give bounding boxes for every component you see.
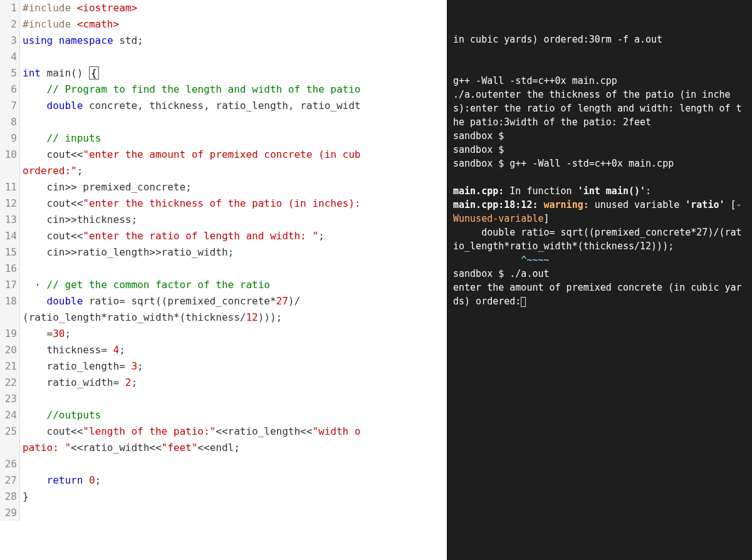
line-content[interactable]: int main() { (20, 65, 447, 81)
code-line[interactable]: 4 (0, 49, 447, 65)
terminal-text: enter the amount of premixed concrete (i… (453, 282, 742, 307)
code-line[interactable]: 16 (0, 261, 447, 277)
code-line[interactable]: 8 (0, 114, 447, 130)
line-content[interactable]: cout<<"length of the patio:"<<ratio_leng… (20, 423, 447, 440)
line-content[interactable]: thickness= 4; (20, 342, 447, 358)
terminal-text: main.cpp:18:12: (453, 199, 544, 210)
code-line[interactable]: 18 double ratio= sqrt((premixed_concrete… (0, 293, 447, 309)
code-line[interactable]: 3using namespace std; (0, 33, 447, 49)
line-number: 24 (0, 407, 20, 423)
line-content[interactable]: double ratio= sqrt((premixed_concrete*27… (20, 293, 447, 309)
line-content[interactable] (20, 456, 447, 472)
code-line[interactable]: 13 cin>>thickness; (0, 212, 447, 228)
line-number: 9 (0, 130, 20, 147)
line-content[interactable] (20, 49, 447, 65)
line-number: 15 (0, 244, 20, 261)
line-number (0, 309, 20, 326)
code-line[interactable]: 6 // Program to find the length and widt… (0, 81, 447, 98)
line-content[interactable] (20, 114, 447, 130)
code-line[interactable]: 29 (0, 505, 447, 521)
code-line[interactable]: 26 (0, 456, 447, 472)
line-number: 29 (0, 505, 20, 521)
terminal-text: : (645, 185, 651, 197)
code-line[interactable]: 17 · // get the common factor of the rat… (0, 277, 447, 293)
line-content[interactable]: cout<<"enter the ratio of length and wid… (20, 228, 447, 244)
line-number: 23 (0, 391, 20, 407)
code-line[interactable]: 27 return 0; (0, 472, 447, 489)
line-content[interactable]: // Program to find the length and width … (20, 81, 447, 98)
line-number (0, 440, 20, 456)
code-line[interactable]: 22 ratio_width= 2; (0, 375, 447, 391)
line-number: 16 (0, 261, 20, 277)
code-line[interactable]: 15 cin>>ratio_length>>ratio_width; (0, 244, 447, 261)
line-content[interactable]: ratio_length= 3; (20, 358, 447, 375)
terminal-cursor (521, 297, 526, 307)
code-line[interactable]: 9 // inputs (0, 130, 447, 147)
line-content[interactable]: using namespace std; (20, 33, 447, 49)
code-line[interactable]: 21 ratio_length= 3; (0, 358, 447, 375)
line-content[interactable]: cout<<"enter the amount of premixed conc… (20, 147, 447, 163)
terminal[interactable]: in cubic yards) ordered:30rm -f a.out g+… (447, 0, 752, 560)
code-line[interactable]: 7 double concrete, thickness, ratio_leng… (0, 98, 447, 114)
code-editor[interactable]: 1#include <iostream>2#include <cmath>3us… (0, 0, 447, 560)
line-content[interactable] (20, 505, 447, 521)
line-number: 1 (0, 0, 20, 16)
line-number: 20 (0, 342, 20, 358)
code-line[interactable]: 2#include <cmath> (0, 16, 447, 33)
line-number: 18 (0, 293, 20, 309)
code-line[interactable]: 1#include <iostream> (0, 0, 447, 16)
line-content[interactable]: · // get the common factor of the ratio (20, 277, 447, 293)
code-line[interactable]: patio: "<<ratio_width<<"feet"<<endl; (0, 440, 447, 456)
line-content[interactable]: } (20, 489, 447, 505)
line-number: 12 (0, 195, 20, 212)
line-content[interactable]: cin>>ratio_length>>ratio_width; (20, 244, 447, 261)
code-line[interactable]: 5int main() { (0, 65, 447, 81)
line-content[interactable]: =30; (20, 326, 447, 342)
line-number: 25 (0, 423, 20, 440)
terminal-text: ^~~~~ (453, 254, 550, 266)
line-content[interactable]: //outputs (20, 407, 447, 423)
line-number: 7 (0, 98, 20, 114)
line-number: 11 (0, 179, 20, 195)
code-line[interactable]: 20 thickness= 4; (0, 342, 447, 358)
code-line[interactable]: 11 cin>> premixed_concrete; (0, 179, 447, 195)
code-line[interactable]: ordered:"; (0, 163, 447, 179)
line-content[interactable]: (ratio_length*ratio_width*(thickness/12)… (20, 309, 447, 326)
line-content[interactable]: ratio_width= 2; (20, 375, 447, 391)
line-content[interactable]: cout<<"enter the thickness of the patio … (20, 195, 447, 212)
line-content[interactable]: patio: "<<ratio_width<<"feet"<<endl; (20, 440, 447, 456)
terminal-text: warning: (544, 199, 595, 210)
line-content[interactable]: return 0; (20, 472, 447, 489)
terminal-text: sandbox $ (453, 144, 504, 155)
code-line[interactable]: 19 =30; (0, 326, 447, 342)
code-line[interactable]: 10 cout<<"enter the amount of premixed c… (0, 147, 447, 163)
line-number: 27 (0, 472, 20, 489)
terminal-text: sandbox $ g++ -Wall -std=c++0x main.cpp (453, 158, 674, 169)
line-number: 3 (0, 33, 20, 49)
terminal-text: sandbox $ (453, 130, 504, 142)
code-line[interactable]: 23 (0, 391, 447, 407)
line-number: 21 (0, 358, 20, 375)
code-line[interactable]: 24 //outputs (0, 407, 447, 423)
code-line[interactable]: 28} (0, 489, 447, 505)
code-line[interactable]: 12 cout<<"enter the thickness of the pat… (0, 195, 447, 212)
line-content[interactable]: ordered:"; (20, 163, 447, 179)
line-content[interactable] (20, 391, 447, 407)
line-content[interactable]: cin>> premixed_concrete; (20, 179, 447, 195)
line-content[interactable]: double concrete, thickness, ratio_length… (20, 98, 447, 114)
line-content[interactable]: #include <iostream> (20, 0, 447, 16)
code-line[interactable]: 25 cout<<"length of the patio:"<<ratio_l… (0, 423, 447, 440)
line-number: 26 (0, 456, 20, 472)
line-number: 14 (0, 228, 20, 244)
line-number: 2 (0, 16, 20, 33)
line-content[interactable] (20, 261, 447, 277)
line-content[interactable]: // inputs (20, 130, 447, 147)
line-content[interactable]: #include <cmath> (20, 16, 447, 33)
code-line[interactable]: 14 cout<<"enter the ratio of length and … (0, 228, 447, 244)
terminal-text: ./a.outenter the thickness of the patio … (453, 89, 742, 128)
terminal-text: unused variable (595, 199, 686, 210)
line-content[interactable]: cin>>thickness; (20, 212, 447, 228)
code-line[interactable]: (ratio_length*ratio_width*(thickness/12)… (0, 309, 447, 326)
terminal-text: main.cpp: (453, 185, 509, 197)
terminal-text: ] (544, 213, 550, 224)
